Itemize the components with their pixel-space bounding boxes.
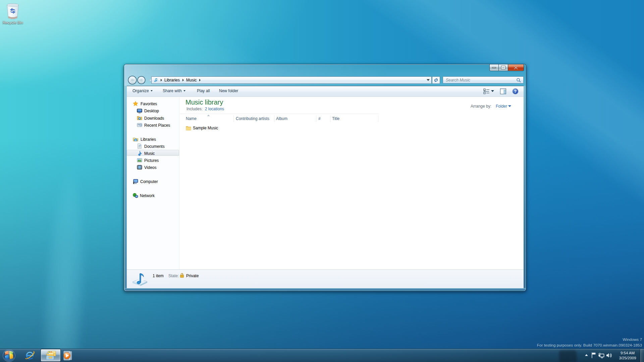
svg-text:?: ?	[514, 89, 517, 94]
